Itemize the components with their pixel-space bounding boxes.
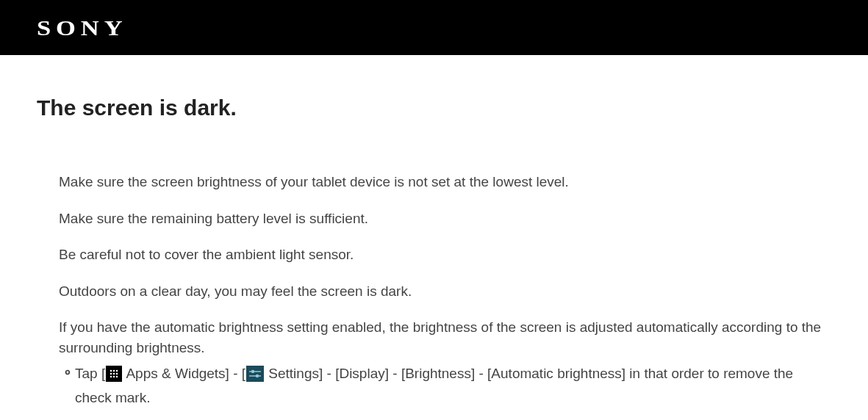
subtip-prefix: Tap [ [75, 366, 105, 381]
svg-point-2 [116, 370, 118, 372]
tip-item: If you have the automatic brightness set… [59, 317, 831, 410]
svg-point-5 [116, 373, 118, 375]
tip-text: If you have the automatic brightness set… [59, 319, 821, 355]
tip-item: Outdoors on a clear day, you may feel th… [59, 281, 831, 302]
svg-point-3 [110, 373, 112, 375]
tips-list: Make sure the screen brightness of your … [37, 172, 831, 410]
settings-icon [246, 366, 264, 382]
content-area: The screen is dark. Make sure the screen… [0, 55, 868, 420]
subtip-apps-label: Apps & Widgets] - [ [123, 366, 245, 381]
svg-point-1 [113, 370, 115, 372]
svg-point-12 [256, 374, 259, 377]
page-title: The screen is dark. [37, 95, 831, 120]
svg-point-6 [110, 376, 112, 378]
tip-item: Make sure the screen brightness of your … [59, 172, 831, 192]
apps-widgets-icon [106, 366, 122, 382]
sub-tip-item: Tap [ Apps & Widgets] - [ [75, 362, 831, 410]
svg-point-8 [116, 376, 118, 378]
svg-point-7 [113, 376, 115, 378]
tip-item: Make sure the remaining battery level is… [59, 209, 831, 229]
tip-item: Be careful not to cover the ambient ligh… [59, 245, 831, 265]
page-header: SONY [0, 0, 868, 55]
svg-point-4 [113, 373, 115, 375]
svg-point-11 [251, 370, 254, 373]
svg-point-0 [110, 370, 112, 372]
sony-logo: SONY [37, 15, 127, 40]
sub-tips-list: Tap [ Apps & Widgets] - [ [59, 362, 831, 410]
